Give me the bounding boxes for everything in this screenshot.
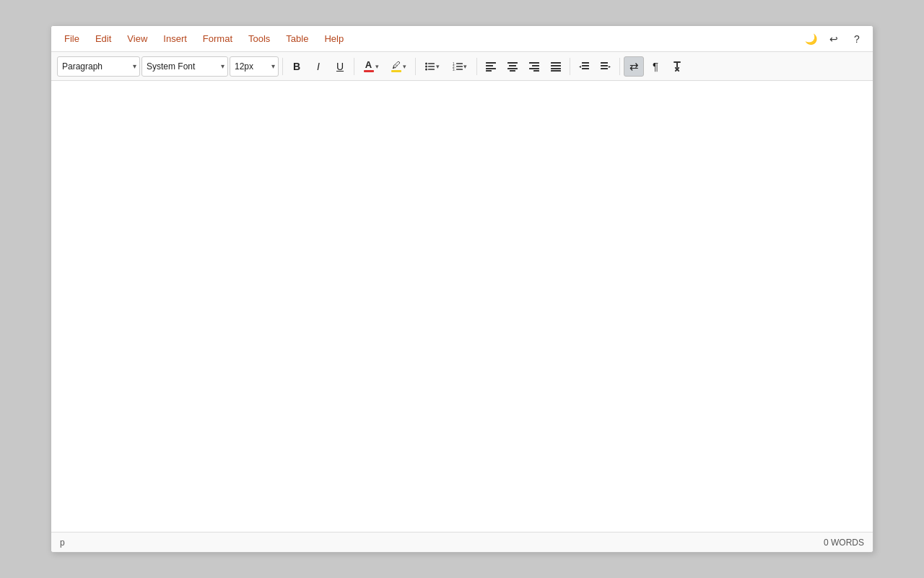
align-justify-icon [551, 61, 561, 72]
rtl-button[interactable]: ⇄ [624, 56, 644, 77]
svg-rect-37 [674, 61, 681, 63]
menu-file[interactable]: File [57, 30, 87, 47]
menu-items: File Edit View Insert Format Tools Table… [57, 30, 801, 47]
svg-rect-18 [507, 68, 518, 69]
svg-rect-5 [428, 69, 435, 70]
clear-format-button[interactable] [667, 56, 687, 77]
svg-rect-28 [582, 62, 589, 64]
indent-button[interactable] [596, 56, 616, 77]
svg-rect-9 [456, 66, 463, 67]
undo-button[interactable]: ↩ [824, 29, 844, 49]
paragraph-style-select[interactable]: Paragraph Heading 1 Heading 2 Heading 3 … [57, 56, 140, 77]
align-center-icon [507, 61, 518, 72]
bullet-list-icon [425, 61, 435, 72]
svg-rect-14 [486, 68, 496, 69]
svg-rect-34 [601, 68, 608, 69]
numbered-list-icon: 1. 2. 3. [453, 61, 463, 72]
sep-1 [282, 58, 283, 75]
menu-format[interactable]: Format [196, 30, 240, 47]
toolbar: Paragraph Heading 1 Heading 2 Heading 3 … [51, 52, 873, 81]
svg-rect-7 [456, 63, 463, 64]
svg-rect-32 [601, 62, 608, 64]
outdent-icon [579, 61, 589, 72]
svg-marker-35 [609, 66, 611, 68]
align-justify-button[interactable] [546, 56, 566, 77]
align-left-icon [486, 61, 496, 72]
font-family-select[interactable]: System Font Arial Times New Roman Courie… [141, 56, 228, 77]
help-button[interactable]: ? [847, 29, 867, 49]
menu-view[interactable]: View [120, 30, 154, 47]
bullet-list-button[interactable]: ▾ [419, 56, 445, 77]
svg-rect-27 [551, 70, 561, 72]
svg-rect-17 [509, 65, 516, 66]
align-right-button[interactable] [524, 56, 544, 77]
svg-rect-24 [551, 62, 561, 64]
menu-help[interactable]: Help [317, 30, 351, 47]
svg-marker-31 [579, 66, 581, 68]
svg-rect-23 [533, 70, 539, 72]
svg-rect-13 [486, 65, 493, 66]
svg-text:3.: 3. [453, 67, 456, 71]
editor-content[interactable] [51, 81, 873, 532]
svg-rect-21 [532, 65, 539, 66]
status-word-count: 0 WORDS [824, 538, 864, 548]
dark-mode-button[interactable]: 🌙 [801, 29, 821, 49]
menu-edit[interactable]: Edit [88, 30, 118, 47]
font-family-wrapper: System Font Arial Times New Roman Courie… [141, 56, 228, 77]
svg-rect-15 [486, 70, 492, 72]
align-left-button[interactable] [481, 56, 501, 77]
svg-rect-11 [456, 69, 463, 70]
svg-rect-1 [428, 63, 435, 64]
menu-bar: File Edit View Insert Format Tools Table… [51, 26, 873, 52]
svg-point-0 [425, 62, 427, 64]
menu-right-icons: 🌙 ↩ ? [801, 29, 867, 49]
svg-point-4 [425, 68, 427, 70]
svg-rect-25 [551, 65, 561, 66]
svg-rect-26 [551, 68, 561, 69]
status-element: p [60, 538, 824, 548]
svg-rect-33 [601, 65, 608, 66]
sep-5 [570, 58, 570, 75]
sep-2 [354, 58, 354, 75]
sep-4 [476, 58, 477, 75]
outdent-button[interactable] [574, 56, 594, 77]
menu-insert[interactable]: Insert [156, 30, 194, 47]
highlight-color-button[interactable]: 🖊 ▾ [385, 56, 411, 77]
svg-rect-30 [582, 68, 589, 69]
paragraph-style-wrapper: Paragraph Heading 1 Heading 2 Heading 3 … [57, 56, 140, 77]
svg-rect-29 [582, 65, 589, 66]
paragraph-marks-button[interactable]: ¶ [645, 56, 666, 77]
svg-rect-22 [529, 68, 539, 69]
menu-tools[interactable]: Tools [241, 30, 277, 47]
align-center-button[interactable] [502, 56, 523, 77]
sep-3 [415, 58, 416, 75]
font-color-button[interactable]: A ▾ [358, 56, 384, 77]
indent-icon [601, 61, 611, 72]
clear-format-icon [672, 61, 682, 72]
sep-6 [619, 58, 620, 75]
svg-rect-12 [486, 62, 496, 64]
svg-rect-16 [507, 62, 518, 64]
italic-button[interactable]: I [308, 56, 328, 77]
menu-table[interactable]: Table [279, 30, 315, 47]
bold-button[interactable]: B [287, 56, 307, 77]
font-size-select[interactable]: 8px 10px 11px 12px 14px 16px 18px 24px 3… [230, 56, 279, 77]
svg-rect-3 [428, 66, 435, 67]
svg-point-2 [425, 65, 427, 67]
align-right-icon [529, 61, 539, 72]
svg-rect-20 [529, 62, 539, 64]
status-bar: p 0 WORDS [51, 532, 873, 552]
underline-button[interactable]: U [330, 56, 350, 77]
svg-rect-19 [510, 70, 515, 72]
editor-window: File Edit View Insert Format Tools Table… [51, 25, 873, 553]
numbered-list-button[interactable]: 1. 2. 3. ▾ [447, 56, 473, 77]
font-size-wrapper: 8px 10px 11px 12px 14px 16px 18px 24px 3… [230, 56, 279, 77]
